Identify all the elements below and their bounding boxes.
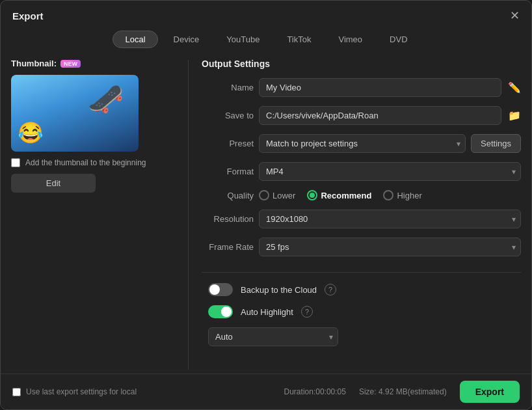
auto-dropdown-row: Auto ▾ [202, 327, 521, 346]
auto-highlight-row: Auto Highlight ? [202, 305, 521, 318]
backup-toggle[interactable] [208, 283, 233, 296]
tab-youtube[interactable]: YouTube [215, 31, 271, 48]
folder-icon[interactable]: 📁 [508, 109, 521, 122]
footer-left: Use last export settings for local [12, 387, 137, 396]
quality-higher[interactable]: Higher [383, 190, 421, 200]
vertical-divider [188, 60, 189, 370]
higher-radio-circle[interactable] [383, 190, 393, 200]
name-row: Name ✏️ [202, 78, 521, 97]
size-label: Size: 4.92 MB(estimated) [359, 387, 447, 396]
recommend-radio-circle[interactable] [307, 190, 317, 200]
thumbnail-label-row: Thumbnail: NEW [11, 59, 180, 68]
quality-row: Quality Lower Recommend Higher [202, 190, 521, 200]
backup-cloud-row: Backup to the Cloud ? [202, 283, 521, 296]
backup-toggle-knob [209, 284, 220, 295]
auto-highlight-help-icon[interactable]: ? [301, 306, 313, 318]
auto-highlight-knob [221, 307, 232, 317]
skater-icon: 🛹 [83, 77, 129, 122]
quality-lower[interactable]: Lower [259, 190, 295, 200]
save-to-input[interactable] [259, 106, 501, 125]
edit-button[interactable]: Edit [11, 174, 96, 193]
add-thumbnail-label: Add the thumbnail to the beginning [25, 158, 146, 167]
new-badge: NEW [60, 60, 81, 68]
resolution-select-wrap: 1920x1080 ▾ [259, 210, 521, 228]
export-window: Export ✕ Local Device YouTube TikTok Vim… [0, 0, 532, 410]
preset-select[interactable]: Match to project settings [259, 134, 466, 153]
quality-label: Quality [202, 191, 254, 200]
auto-select-wrap: Auto ▾ [208, 327, 338, 346]
resolution-label: Resolution [202, 214, 254, 224]
preset-select-wrap: Match to project settings ▾ [259, 134, 466, 153]
ai-icon[interactable]: ✏️ [508, 81, 521, 94]
save-to-row: Save to 📁 [202, 106, 521, 125]
section-title: Output Settings [202, 59, 521, 69]
quality-recommend-label: Recommend [321, 191, 371, 200]
settings-button[interactable]: Settings [471, 134, 521, 153]
add-thumbnail-checkbox[interactable] [11, 158, 20, 167]
quality-higher-label: Higher [397, 191, 421, 200]
frame-rate-label: Frame Rate [202, 242, 254, 252]
frame-rate-select-wrap: 25 fps ▾ [259, 238, 521, 256]
resolution-row: Resolution 1920x1080 ▾ [202, 210, 521, 228]
quality-lower-label: Lower [273, 191, 295, 200]
add-thumbnail-row: Add the thumbnail to the beginning [11, 158, 180, 167]
format-row: Format MP4 ▾ [202, 162, 521, 181]
tab-vimeo[interactable]: Vimeo [326, 31, 374, 48]
resolution-select[interactable]: 1920x1080 [259, 210, 521, 228]
separator [202, 272, 521, 273]
window-title: Export [12, 10, 44, 21]
backup-help-icon[interactable]: ? [325, 284, 336, 295]
thumbnail-label-text: Thumbnail: [11, 59, 57, 68]
name-label: Name [202, 83, 254, 92]
auto-highlight-toggle[interactable] [208, 305, 233, 318]
lower-radio-circle[interactable] [259, 190, 269, 200]
frame-rate-row: Frame Rate 25 fps ▾ [202, 238, 521, 256]
format-label: Format [202, 167, 254, 176]
recommend-radio-dot [310, 193, 315, 198]
footer: Use last export settings for local Durat… [1, 374, 531, 409]
preset-row: Preset Match to project settings ▾ Setti… [202, 134, 521, 153]
frame-rate-select[interactable]: 25 fps [259, 238, 521, 256]
main-content: Thumbnail: NEW 🛹 😂 Add the thumbnail to … [1, 56, 531, 374]
save-to-label: Save to [202, 111, 254, 120]
quality-radio-group: Lower Recommend Higher [259, 190, 422, 200]
format-select-wrap: MP4 ▾ [259, 162, 521, 181]
duration-label: Duration:00:00:05 [284, 387, 346, 396]
backup-label: Backup to the Cloud [241, 285, 317, 295]
quality-recommend[interactable]: Recommend [307, 190, 371, 200]
left-panel: Thumbnail: NEW 🛹 😂 Add the thumbnail to … [11, 56, 180, 374]
name-input[interactable] [259, 78, 501, 97]
preset-label: Preset [202, 139, 254, 148]
close-button[interactable]: ✕ [510, 10, 520, 21]
tab-device[interactable]: Device [162, 31, 211, 48]
last-settings-label: Use last export settings for local [26, 387, 137, 396]
auto-highlight-label: Auto Highlight [241, 307, 293, 317]
tab-bar: Local Device YouTube TikTok Vimeo DVD [1, 28, 531, 56]
right-panel: Output Settings Name ✏️ Save to 📁 Preset… [196, 56, 521, 374]
format-select[interactable]: MP4 [259, 162, 521, 181]
title-bar: Export ✕ [1, 1, 531, 28]
tab-local[interactable]: Local [113, 31, 157, 48]
last-settings-checkbox[interactable] [12, 388, 21, 396]
export-button[interactable]: Export [460, 381, 520, 403]
footer-info-group: Duration:00:00:05 Size: 4.92 MB(estimate… [284, 381, 520, 403]
auto-select[interactable]: Auto [208, 327, 338, 346]
thumbnail-preview: 🛹 😂 [11, 75, 139, 152]
tab-tiktok[interactable]: TikTok [275, 31, 323, 48]
emoji-icon: 😂 [18, 120, 44, 145]
tab-dvd[interactable]: DVD [378, 31, 419, 48]
